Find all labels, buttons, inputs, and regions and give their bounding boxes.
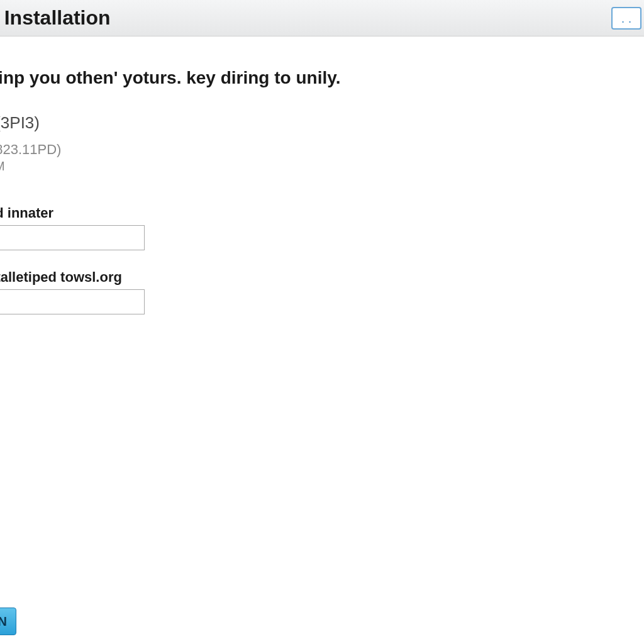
field-group-2: ntalletiped towsl.org [0, 269, 644, 314]
main-content: hinp you othen' yoturs. key diring to un… [0, 36, 644, 314]
field-2-label: ntalletiped towsl.org [0, 269, 644, 286]
info-line-1: ' (3PI3) [0, 113, 644, 133]
dots-icon: . . [621, 11, 632, 26]
title-bar: e Installation . . [0, 0, 644, 36]
window-title: e Installation [0, 6, 111, 30]
field-1-label: ed innater [0, 205, 644, 221]
info-line-2: 0823.11PD) [0, 142, 644, 158]
field-1-input[interactable] [0, 225, 145, 250]
info-line-3: I/M [0, 159, 644, 174]
primary-action-button[interactable]: IN [0, 608, 16, 635]
field-2-input[interactable] [0, 289, 145, 314]
footer-bar: IN [0, 608, 16, 635]
field-group-1: ed innater [0, 205, 644, 250]
instruction-text: hinp you othen' yoturs. key diring to un… [0, 68, 644, 88]
titlebar-action-button[interactable]: . . [611, 7, 641, 30]
